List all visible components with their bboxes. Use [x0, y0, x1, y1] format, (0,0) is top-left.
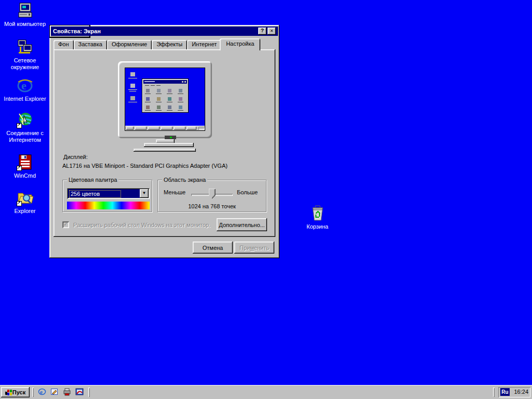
desktop-icon-label: WinCmd: [2, 172, 48, 179]
tab-label: Заставка: [78, 41, 102, 47]
desktop-icon-label: Internet Explorer: [2, 96, 48, 102]
desktop-icon-label: Соединение с Интернетом: [2, 130, 48, 143]
color-palette-group: Цветовая палитра 256 цветов ▼: [62, 180, 152, 212]
extend-desktop-checkbox-label: Расширить рабочий стол Windows на этот м…: [73, 222, 210, 228]
help-icon: ?: [261, 28, 264, 34]
shortcut-arrow-icon: [17, 166, 22, 171]
internet-explorer-icon: e: [17, 77, 34, 94]
mini-desktop-icon: [130, 84, 135, 88]
mini-window: [142, 78, 189, 113]
my-computer-icon: [17, 2, 34, 19]
tab-label: Оформление: [112, 41, 147, 47]
desktop-icon-recycle-bin[interactable]: Корзина: [295, 205, 340, 230]
cancel-button[interactable]: Отмена: [193, 242, 233, 254]
start-button[interactable]: Пуск: [1, 387, 30, 397]
apply-button[interactable]: Применить: [234, 242, 274, 254]
system-tray: Ru 16:24: [498, 387, 530, 397]
mini-taskbar: [125, 126, 205, 130]
color-palette-combobox[interactable]: 256 цветов ▼: [67, 188, 150, 199]
resolution-value: 1024 на 768 точек: [158, 203, 266, 209]
toolbar-grip[interactable]: [32, 388, 34, 397]
check-icon: ✓: [63, 221, 68, 227]
monitor-preview: [118, 61, 212, 152]
desktop-icon-network[interactable]: Сетевое окружение: [2, 38, 48, 71]
window-title: Свойства: Экран: [53, 28, 101, 34]
chevron-down-icon: ▼: [142, 191, 147, 195]
tab-settings[interactable]: Настройка: [220, 38, 260, 50]
display-properties-window: Свойства: Экран ? ✕ ФонЗаставкаОформлени…: [49, 25, 280, 258]
desktop-icon-explorer[interactable]: Explorer: [2, 189, 48, 215]
close-button[interactable]: ✕: [268, 28, 276, 35]
language-indicator[interactable]: Ru: [500, 388, 510, 396]
desktop-icon-label: Корзина: [295, 223, 340, 230]
combobox-dropdown-button[interactable]: ▼: [140, 189, 149, 198]
tab-background[interactable]: Фон: [54, 40, 74, 49]
tab-internet[interactable]: Интернет: [187, 40, 221, 49]
resolution-slider-thumb[interactable]: [209, 189, 216, 200]
desktop-icon-wincmd[interactable]: WinCmd: [2, 154, 48, 179]
start-button-label: Пуск: [12, 389, 25, 395]
extend-desktop-checkbox[interactable]: ✓: [62, 221, 69, 228]
monitor-bezel: [118, 61, 212, 138]
tab-strip: ФонЗаставкаОформлениеЭффектыИнтернетНаст…: [54, 38, 260, 50]
tab-label: Фон: [58, 41, 69, 47]
settings-tab-page: Дисплей: AL1716 на VBE Miniport - Standa…: [54, 49, 275, 237]
desktop: Мой компьютер Сетевое окружение e Intern…: [0, 0, 532, 399]
tab-label: Настройка: [226, 41, 254, 47]
help-button[interactable]: ?: [258, 28, 267, 35]
monitor-base: [134, 149, 196, 152]
display-adapter-value: AL1716 на VBE Miniport - Standard PCI Gr…: [62, 163, 228, 169]
wincmd-icon: [17, 154, 34, 171]
advanced-button[interactable]: Дополнительно...: [217, 218, 267, 231]
tab-effects[interactable]: Эффекты: [152, 40, 187, 49]
tab-appearance[interactable]: Оформление: [107, 40, 152, 49]
internet-explorer-icon: e: [38, 388, 46, 396]
window-titlebar[interactable]: Свойства: Экран ? ✕: [51, 26, 278, 36]
monitor-screen-preview: [125, 68, 205, 131]
taskbar: Пуск e: [0, 385, 532, 399]
tab-label: Эффекты: [156, 41, 182, 47]
shortcut-arrow-icon: [17, 201, 22, 206]
desktop-icon-label: Сетевое окружение: [2, 57, 48, 71]
desktop-icon-internet-connection[interactable]: Соединение с Интернетом: [2, 111, 48, 143]
quicklaunch-printer-button[interactable]: [62, 388, 72, 397]
show-desktop-icon: [50, 388, 59, 396]
color-spectrum-preview: [67, 202, 150, 209]
advanced-button-label: Д: [219, 222, 223, 228]
desktop-icon-label: Explorer: [2, 208, 48, 215]
quicklaunch-show-desktop-button[interactable]: [50, 388, 59, 397]
color-palette-selected-value: 256 цветов: [69, 190, 121, 198]
quicklaunch-internet-explorer-button[interactable]: e: [37, 388, 47, 397]
display-label: Дисплей:: [63, 154, 88, 160]
windows-logo-icon: [5, 389, 12, 396]
network-neighborhood-icon: [17, 38, 34, 56]
internet-connection-icon: [17, 111, 34, 128]
taskbar-clock[interactable]: 16:24: [514, 389, 528, 395]
tab-screensaver[interactable]: Заставка: [74, 40, 107, 49]
recycle-bin-icon: [309, 205, 326, 222]
power-led: [170, 137, 172, 138]
desktop-icon-label: Мой компьютер: [2, 21, 48, 28]
cancel-button-label: Отмена: [203, 245, 223, 251]
slider-more-label: Больше: [237, 189, 258, 195]
screen-area-group-title: Область экрана: [162, 177, 207, 183]
printer-icon: [63, 388, 71, 396]
screen-area-group: Область экрана Меньше Больше 1024 на 768…: [157, 180, 267, 212]
explorer-icon: [17, 189, 34, 206]
toolbar-grip[interactable]: [88, 388, 90, 397]
channels-icon: [75, 388, 84, 396]
tray-grip[interactable]: [493, 388, 495, 397]
mini-desktop-icon: [130, 72, 135, 76]
quicklaunch-channels-button[interactable]: [75, 388, 84, 397]
tab-label: Интернет: [192, 41, 217, 47]
color-palette-group-title: Цветовая палитра: [67, 177, 118, 183]
close-icon: ✕: [270, 28, 273, 34]
slider-less-label: Меньше: [164, 189, 185, 195]
monitor-pedestal: [144, 143, 194, 147]
desktop-icon-my-computer[interactable]: Мой компьютер: [2, 2, 48, 28]
svg-text:e: e: [40, 389, 43, 395]
shortcut-arrow-icon: [17, 123, 22, 128]
desktop-icon-internet-explorer[interactable]: e Internet Explorer: [2, 77, 48, 102]
mini-desktop-icon: [130, 96, 135, 100]
